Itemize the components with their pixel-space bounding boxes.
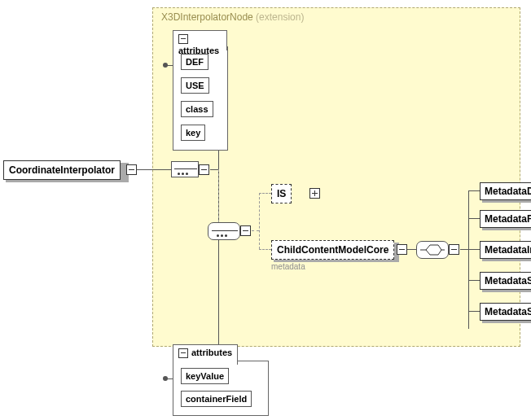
choice-joint[interactable] xyxy=(416,241,449,259)
attr-label: USE xyxy=(186,81,204,90)
dots-icon xyxy=(216,228,228,243)
attributes-tab[interactable]: attributes xyxy=(173,344,238,365)
metadata-string[interactable]: MetadataString xyxy=(480,303,531,321)
connector xyxy=(468,249,480,250)
attr-keyvalue[interactable]: keyValue xyxy=(181,368,229,384)
metadata-label: MetadataFloat xyxy=(485,213,531,225)
group-dot xyxy=(163,63,168,68)
child-model-label: ChildContentModelCore xyxy=(277,244,388,256)
attr-label: keyValue xyxy=(186,371,224,381)
expand-icon[interactable] xyxy=(309,188,320,199)
metadata-label: MetadataInteger xyxy=(485,244,531,256)
attr-class[interactable]: class xyxy=(181,101,213,117)
connector xyxy=(137,169,171,170)
connector-dashed xyxy=(259,193,261,249)
attr-def[interactable]: DEF xyxy=(181,54,208,70)
is-node[interactable]: IS xyxy=(271,184,292,203)
connector xyxy=(210,169,218,170)
connector xyxy=(468,190,480,191)
collapse-icon[interactable] xyxy=(199,164,209,175)
metadata-set[interactable]: MetadataSet xyxy=(480,272,531,290)
metadata-label: MetadataSet xyxy=(485,275,531,287)
connector xyxy=(468,218,480,219)
connector-dashed xyxy=(252,230,259,232)
extension-name: X3DInterpolatorNode xyxy=(161,11,253,23)
attributes-title: attributes xyxy=(191,348,232,357)
group-dot xyxy=(163,376,168,381)
root-node[interactable]: CoordinateInterpolator xyxy=(3,160,121,180)
connector xyxy=(460,249,468,250)
collapse-icon[interactable] xyxy=(397,244,407,255)
extension-note: (extension) xyxy=(256,11,304,23)
metadata-label: MetadataString xyxy=(485,306,531,317)
connector-dashed xyxy=(259,193,271,195)
metadata-label: MetadataDouble xyxy=(485,186,531,197)
attr-label: class xyxy=(186,104,208,114)
metadata-float[interactable]: MetadataFloat xyxy=(480,210,531,228)
metadata-double[interactable]: MetadataDouble xyxy=(480,182,531,200)
sequence-joint[interactable] xyxy=(171,161,199,177)
child-model-node[interactable]: ChildContentModelCore xyxy=(271,240,394,260)
metadata-integer[interactable]: MetadataInteger xyxy=(480,241,531,259)
connector xyxy=(468,190,469,329)
root-label: CoordinateInterpolator xyxy=(9,164,115,176)
sequence-joint[interactable] xyxy=(208,222,240,240)
connector xyxy=(468,280,480,281)
attributes-tab[interactable]: attributes xyxy=(173,30,227,50)
collapse-icon[interactable] xyxy=(240,225,251,236)
connector-dashed xyxy=(218,169,220,222)
connector-dashed xyxy=(259,249,271,251)
collapse-icon[interactable] xyxy=(178,34,188,44)
attr-label: DEF xyxy=(186,57,204,67)
attr-label: key xyxy=(186,128,200,138)
collapse-icon[interactable] xyxy=(126,164,137,175)
extension-title: X3DInterpolatorNode (extension) xyxy=(161,11,304,23)
dots-icon xyxy=(177,166,189,181)
attr-key[interactable]: key xyxy=(181,125,205,141)
attr-use[interactable]: USE xyxy=(181,77,209,94)
connector xyxy=(468,311,480,312)
connector xyxy=(407,249,416,250)
attr-containerfield[interactable]: containerField xyxy=(181,391,252,407)
collapse-icon[interactable] xyxy=(178,348,188,358)
collapse-icon[interactable] xyxy=(449,244,459,255)
attr-label: containerField xyxy=(186,394,247,404)
child-model-caption: metadata xyxy=(271,262,305,271)
is-label: IS xyxy=(277,188,286,199)
